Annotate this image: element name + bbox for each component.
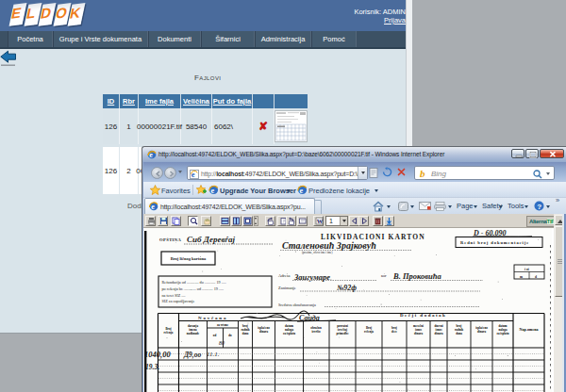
svg-text:В. Проковића: В. Проковића xyxy=(392,271,442,281)
svg-text:dece: dece xyxy=(391,330,398,334)
svg-text:dana: dana xyxy=(242,332,249,335)
svg-text:rešenja: rešenja xyxy=(364,330,374,334)
svg-text:m: m xyxy=(520,275,523,279)
svg-text:e: e xyxy=(151,203,155,211)
svg-text:po rešenju br. ............ o: po rešenju br. ............ od .........… xyxy=(162,286,225,291)
svg-text:za isplatu: za isplatu xyxy=(496,332,508,335)
svg-text:D - 60.090: D - 60.090 xyxy=(473,229,506,237)
svg-text:1040,00: 1040,00 xyxy=(144,350,171,359)
svg-text:11.1.: 11.1. xyxy=(207,351,220,358)
svg-text:80: 80 xyxy=(219,340,225,346)
svg-text:rešenja: rešenja xyxy=(164,331,174,335)
svg-text:od: od xyxy=(213,334,217,337)
svg-text:SIZ za zapošljavanje: SIZ za zapošljavanje xyxy=(162,299,195,303)
svg-text:dinara: dinara xyxy=(414,332,423,335)
svg-text:19.3.: 19.3. xyxy=(145,363,159,371)
svg-text:ког: ког xyxy=(381,273,387,278)
svg-text:primedbe: primedbe xyxy=(336,332,349,335)
svg-text:na teret SIZ —: na teret SIZ — xyxy=(162,293,187,298)
svg-text:Redni broj dokumentacije: Redni broj dokumentacije xyxy=(460,240,529,245)
svg-text:dana: dana xyxy=(456,332,462,335)
svg-text:Adresa: Adresa xyxy=(278,273,290,278)
svg-text:e: e xyxy=(149,151,153,159)
svg-text:?: ? xyxy=(537,203,541,211)
svg-text:Refundacija od ............ d: Refundacija od ............ do .........… xyxy=(162,280,226,285)
svg-text:Д9,оо: Д9,оо xyxy=(183,351,201,359)
svg-text:Zanimanje: Zanimanje xyxy=(278,286,296,290)
svg-text:dinara: dinara xyxy=(434,332,442,335)
svg-text:dinara: dinara xyxy=(259,330,268,334)
svg-text:dinara: dinara xyxy=(477,330,486,334)
svg-text:№92ф: №92ф xyxy=(337,284,357,292)
svg-text:W: W xyxy=(316,218,323,224)
svg-text:Сталеновић Зрајковућ: Сталеновић Зрајковућ xyxy=(282,240,376,251)
svg-text:do: do xyxy=(228,334,232,337)
svg-text:izvršio: izvršio xyxy=(311,330,320,334)
svg-text:Broj ličnog kartona: Broj ličnog kartona xyxy=(171,256,207,261)
svg-text:OPŠTINA: OPŠTINA xyxy=(159,237,182,242)
svg-text:Заигумаре: Заигумаре xyxy=(293,272,330,282)
svg-text:Sredstva obračunavanja: Sredstva obračunavanja xyxy=(278,302,316,307)
svg-text:Сиб Деревѓај: Сиб Деревѓај xyxy=(187,235,235,244)
svg-text:Novčana: Novčana xyxy=(198,316,227,320)
svg-text:za isplatu: za isplatu xyxy=(283,332,295,335)
svg-text:nadknade: nadknade xyxy=(187,332,200,335)
svg-text:Nap-omena: Nap-omena xyxy=(520,327,539,332)
svg-text:i oi: i oi xyxy=(524,268,529,271)
svg-text:za vreme: za vreme xyxy=(217,323,229,327)
svg-text:d: d xyxy=(535,275,537,279)
